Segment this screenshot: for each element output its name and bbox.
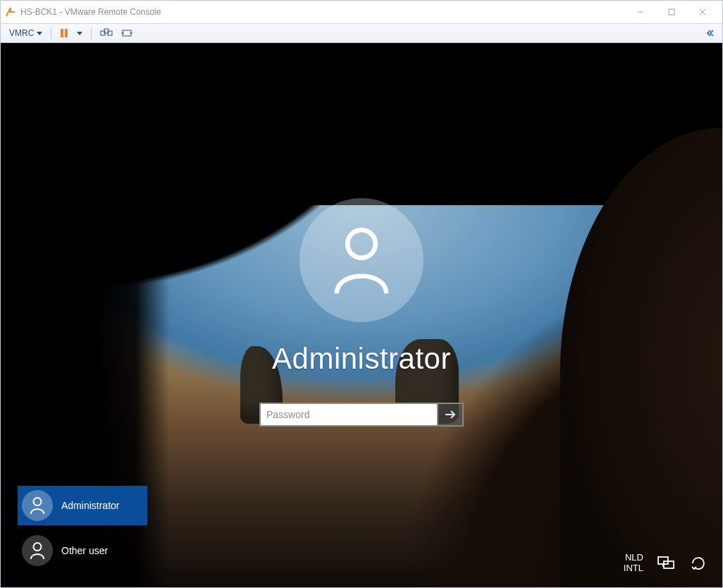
separator: [51, 27, 51, 39]
person-icon: [30, 496, 45, 515]
separator: [91, 27, 92, 39]
avatar: [22, 535, 53, 566]
chevron-double-left-icon: [707, 30, 714, 37]
fullscreen-icon: [121, 29, 132, 37]
user-item-administrator[interactable]: Administrator: [18, 486, 147, 525]
language-indicator[interactable]: NLD INTL: [624, 553, 643, 573]
minimize-icon: [637, 8, 644, 16]
svg-marker-7: [77, 32, 82, 35]
person-icon: [30, 541, 45, 560]
svg-rect-1: [669, 9, 674, 15]
avatar: [22, 490, 53, 521]
network-button[interactable]: [656, 555, 676, 572]
password-input[interactable]: [259, 403, 437, 427]
pause-dropdown[interactable]: [73, 30, 87, 37]
network-icon: [657, 556, 675, 571]
app-icon: [5, 6, 16, 18]
ease-of-access-icon: [690, 555, 707, 572]
user-item-label: Administrator: [61, 500, 119, 511]
remote-display[interactable]: Administrator Administrator Other user: [1, 43, 722, 587]
svg-rect-18: [658, 557, 668, 564]
login-panel: Administrator: [259, 198, 464, 427]
arrow-right-icon: [444, 410, 457, 419]
vmrc-menu[interactable]: VMRC: [5, 27, 47, 39]
svg-marker-4: [37, 32, 42, 35]
svg-point-17: [34, 543, 42, 551]
user-switcher: Administrator Other user: [18, 486, 147, 570]
password-row: [259, 403, 464, 427]
pause-icon: [60, 28, 68, 38]
vmrc-menu-label: VMRC: [9, 28, 34, 38]
user-item-other[interactable]: Other user: [18, 531, 147, 570]
close-button[interactable]: [687, 1, 718, 23]
submit-button[interactable]: [437, 403, 464, 427]
minimize-button[interactable]: [625, 1, 656, 23]
svg-rect-19: [664, 561, 674, 568]
user-avatar: [299, 198, 424, 322]
language-line1: NLD: [624, 553, 643, 563]
fullscreen-button[interactable]: [117, 27, 137, 39]
status-area: NLD INTL: [624, 553, 708, 573]
username-label: Administrator: [272, 342, 451, 376]
app-window: HS-BCK1 - VMware Remote Console VMRC: [0, 0, 723, 588]
svg-point-16: [34, 498, 42, 506]
window-title: HS-BCK1 - VMware Remote Console: [20, 7, 161, 17]
window-controls: [625, 1, 718, 23]
svg-rect-6: [65, 29, 68, 37]
send-cad-button[interactable]: [96, 27, 117, 39]
pause-button[interactable]: [56, 27, 73, 39]
language-line2: INTL: [624, 563, 643, 573]
svg-point-14: [347, 230, 376, 258]
chevron-down-icon: [77, 32, 82, 35]
toolbar: VMRC: [1, 23, 722, 43]
collapse-toolbar-button[interactable]: [703, 28, 718, 38]
maximize-button[interactable]: [656, 1, 687, 23]
ease-of-access-button[interactable]: [688, 555, 708, 572]
maximize-icon: [668, 8, 675, 16]
svg-rect-5: [61, 29, 63, 37]
close-icon: [699, 8, 706, 16]
send-cad-icon: [100, 28, 113, 38]
titlebar: HS-BCK1 - VMware Remote Console: [1, 1, 722, 23]
person-icon: [330, 225, 393, 295]
chevron-down-icon: [37, 32, 42, 35]
user-item-label: Other user: [61, 545, 108, 556]
